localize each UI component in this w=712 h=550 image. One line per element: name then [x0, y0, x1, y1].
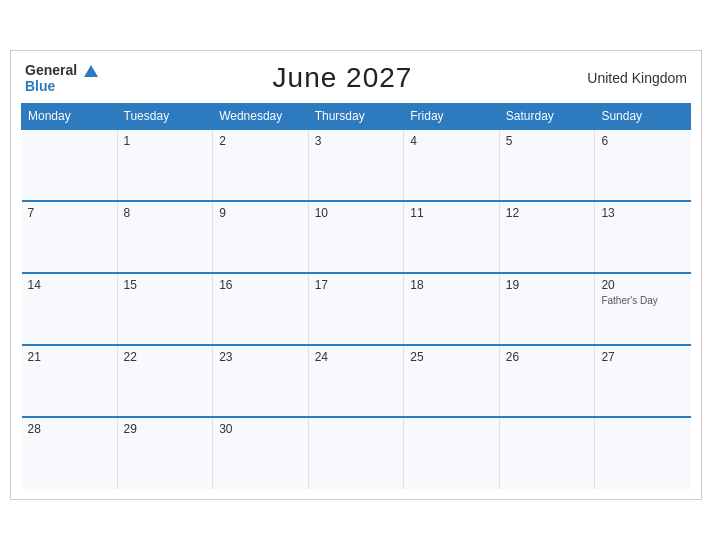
- calendar-container: General Blue June 2027 United Kingdom Mo…: [10, 50, 702, 499]
- week-row-1: 123456: [22, 129, 691, 201]
- calendar-day-cell: 28: [22, 417, 118, 489]
- calendar-day-cell: [308, 417, 404, 489]
- logo-general-row: General: [25, 61, 98, 79]
- day-number: 29: [124, 422, 207, 436]
- day-event: Father's Day: [601, 294, 684, 307]
- calendar-day-cell: 11: [404, 201, 500, 273]
- calendar-tbody: 1234567891011121314151617181920Father's …: [22, 129, 691, 489]
- calendar-day-cell: 6: [595, 129, 691, 201]
- calendar-day-cell: 2: [213, 129, 309, 201]
- calendar-day-cell: [404, 417, 500, 489]
- day-number: 11: [410, 206, 493, 220]
- day-number: 19: [506, 278, 589, 292]
- col-header-sunday: Sunday: [595, 103, 691, 129]
- col-header-saturday: Saturday: [499, 103, 595, 129]
- calendar-day-cell: 20Father's Day: [595, 273, 691, 345]
- calendar-day-cell: 29: [117, 417, 213, 489]
- calendar-day-cell: [595, 417, 691, 489]
- week-row-3: 14151617181920Father's Day: [22, 273, 691, 345]
- logo-triangle-icon: [84, 65, 98, 77]
- day-number: 5: [506, 134, 589, 148]
- day-number: 3: [315, 134, 398, 148]
- day-number: 15: [124, 278, 207, 292]
- calendar-day-cell: [499, 417, 595, 489]
- day-number: 18: [410, 278, 493, 292]
- calendar-day-cell: 9: [213, 201, 309, 273]
- calendar-day-cell: 17: [308, 273, 404, 345]
- logo-general-text: General: [25, 62, 77, 78]
- calendar-day-cell: 16: [213, 273, 309, 345]
- day-number: 17: [315, 278, 398, 292]
- week-row-4: 21222324252627: [22, 345, 691, 417]
- day-number: 30: [219, 422, 302, 436]
- day-number: 28: [28, 422, 111, 436]
- calendar-day-cell: 22: [117, 345, 213, 417]
- day-number: 22: [124, 350, 207, 364]
- calendar-day-cell: 8: [117, 201, 213, 273]
- calendar-thead: MondayTuesdayWednesdayThursdayFridaySatu…: [22, 103, 691, 129]
- col-header-monday: Monday: [22, 103, 118, 129]
- col-header-wednesday: Wednesday: [213, 103, 309, 129]
- week-row-5: 282930: [22, 417, 691, 489]
- logo-blue-text: Blue: [25, 79, 55, 94]
- calendar-day-cell: 23: [213, 345, 309, 417]
- col-header-thursday: Thursday: [308, 103, 404, 129]
- day-number: 14: [28, 278, 111, 292]
- calendar-day-cell: 12: [499, 201, 595, 273]
- calendar-day-cell: 15: [117, 273, 213, 345]
- calendar-day-cell: 24: [308, 345, 404, 417]
- day-number: 23: [219, 350, 302, 364]
- day-number: 1: [124, 134, 207, 148]
- day-number: 20: [601, 278, 684, 292]
- day-number: 25: [410, 350, 493, 364]
- calendar-table: MondayTuesdayWednesdayThursdayFridaySatu…: [21, 103, 691, 489]
- col-header-friday: Friday: [404, 103, 500, 129]
- day-number: 2: [219, 134, 302, 148]
- calendar-day-cell: 14: [22, 273, 118, 345]
- calendar-day-cell: 4: [404, 129, 500, 201]
- calendar-day-cell: 26: [499, 345, 595, 417]
- day-number: 6: [601, 134, 684, 148]
- day-number: 13: [601, 206, 684, 220]
- calendar-day-cell: 25: [404, 345, 500, 417]
- region-label: United Kingdom: [587, 70, 687, 86]
- calendar-day-cell: 5: [499, 129, 595, 201]
- calendar-day-cell: 21: [22, 345, 118, 417]
- calendar-day-cell: 7: [22, 201, 118, 273]
- day-number: 9: [219, 206, 302, 220]
- day-number: 26: [506, 350, 589, 364]
- calendar-day-cell: 18: [404, 273, 500, 345]
- column-headers-row: MondayTuesdayWednesdayThursdayFridaySatu…: [22, 103, 691, 129]
- calendar-header: General Blue June 2027 United Kingdom: [21, 61, 691, 94]
- day-number: 4: [410, 134, 493, 148]
- day-number: 16: [219, 278, 302, 292]
- day-number: 21: [28, 350, 111, 364]
- day-number: 24: [315, 350, 398, 364]
- day-number: 12: [506, 206, 589, 220]
- day-number: 10: [315, 206, 398, 220]
- calendar-day-cell: [22, 129, 118, 201]
- day-number: 27: [601, 350, 684, 364]
- calendar-day-cell: 27: [595, 345, 691, 417]
- calendar-day-cell: 30: [213, 417, 309, 489]
- logo-area: General Blue: [25, 61, 98, 94]
- calendar-title: June 2027: [273, 62, 413, 94]
- calendar-day-cell: 1: [117, 129, 213, 201]
- col-header-tuesday: Tuesday: [117, 103, 213, 129]
- calendar-day-cell: 3: [308, 129, 404, 201]
- calendar-day-cell: 19: [499, 273, 595, 345]
- week-row-2: 78910111213: [22, 201, 691, 273]
- day-number: 7: [28, 206, 111, 220]
- day-number: 8: [124, 206, 207, 220]
- calendar-day-cell: 10: [308, 201, 404, 273]
- calendar-day-cell: 13: [595, 201, 691, 273]
